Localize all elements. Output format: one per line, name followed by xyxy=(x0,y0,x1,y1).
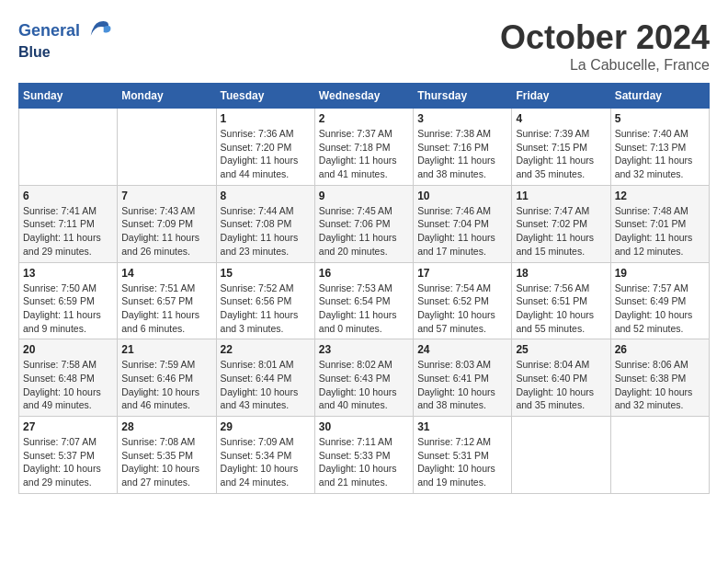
day-number: 14 xyxy=(121,267,211,280)
calendar-cell: 7Sunrise: 7:43 AMSunset: 7:09 PMDaylight… xyxy=(118,185,216,262)
logo-bird-icon xyxy=(86,18,112,44)
calendar-cell: 8Sunrise: 7:44 AMSunset: 7:08 PMDaylight… xyxy=(216,185,314,262)
day-info: Sunrise: 7:51 AMSunset: 6:57 PMDaylight:… xyxy=(121,282,211,336)
day-info: Sunrise: 7:07 AMSunset: 5:37 PMDaylight:… xyxy=(23,435,113,489)
calendar-cell: 20Sunrise: 7:58 AMSunset: 6:48 PMDayligh… xyxy=(19,339,118,417)
day-number: 12 xyxy=(615,190,705,202)
day-number: 27 xyxy=(23,420,113,433)
day-number: 5 xyxy=(615,112,705,125)
day-info: Sunrise: 7:53 AMSunset: 6:54 PMDaylight:… xyxy=(319,282,409,336)
calendar-body: 1Sunrise: 7:36 AMSunset: 7:20 PMDaylight… xyxy=(19,109,710,494)
calendar-week-3: 13Sunrise: 7:50 AMSunset: 6:59 PMDayligh… xyxy=(19,262,710,339)
day-number: 24 xyxy=(417,343,507,356)
day-number: 18 xyxy=(516,267,606,280)
day-info: Sunrise: 7:37 AMSunset: 7:18 PMDaylight:… xyxy=(319,127,409,181)
calendar-header-row: SundayMondayTuesdayWednesdayThursdayFrid… xyxy=(19,84,710,109)
day-info: Sunrise: 8:01 AMSunset: 6:44 PMDaylight:… xyxy=(221,358,311,412)
calendar-week-1: 1Sunrise: 7:36 AMSunset: 7:20 PMDaylight… xyxy=(19,109,710,186)
day-info: Sunrise: 7:46 AMSunset: 7:04 PMDaylight:… xyxy=(417,204,507,259)
day-info: Sunrise: 7:36 AMSunset: 7:20 PMDaylight:… xyxy=(221,127,311,181)
day-number: 25 xyxy=(516,343,606,356)
calendar-cell: 17Sunrise: 7:54 AMSunset: 6:52 PMDayligh… xyxy=(414,262,512,339)
calendar-cell: 4Sunrise: 7:39 AMSunset: 7:15 PMDaylight… xyxy=(512,109,610,186)
day-number: 15 xyxy=(221,267,311,280)
day-info: Sunrise: 7:40 AMSunset: 7:13 PMDaylight:… xyxy=(615,127,705,181)
day-info: Sunrise: 7:47 AMSunset: 7:02 PMDaylight:… xyxy=(516,204,606,259)
calendar-cell: 1Sunrise: 7:36 AMSunset: 7:20 PMDaylight… xyxy=(216,109,314,186)
month-title: October 2024 xyxy=(500,18,710,57)
calendar-cell: 30Sunrise: 7:11 AMSunset: 5:33 PMDayligh… xyxy=(314,417,413,494)
weekday-header-tuesday: Tuesday xyxy=(216,84,314,109)
calendar-cell: 27Sunrise: 7:07 AMSunset: 5:37 PMDayligh… xyxy=(19,417,118,494)
day-number: 10 xyxy=(417,190,507,202)
day-number: 28 xyxy=(121,420,211,433)
day-info: Sunrise: 7:52 AMSunset: 6:56 PMDaylight:… xyxy=(221,282,311,336)
day-info: Sunrise: 7:08 AMSunset: 5:35 PMDaylight:… xyxy=(121,435,211,489)
calendar-cell: 22Sunrise: 8:01 AMSunset: 6:44 PMDayligh… xyxy=(216,339,314,417)
day-info: Sunrise: 7:44 AMSunset: 7:08 PMDaylight:… xyxy=(221,204,311,259)
weekday-header-wednesday: Wednesday xyxy=(314,84,413,109)
day-info: Sunrise: 7:50 AMSunset: 6:59 PMDaylight:… xyxy=(23,282,113,336)
day-info: Sunrise: 7:59 AMSunset: 6:46 PMDaylight:… xyxy=(121,358,211,412)
calendar-cell: 28Sunrise: 7:08 AMSunset: 5:35 PMDayligh… xyxy=(118,417,216,494)
calendar-cell: 14Sunrise: 7:51 AMSunset: 6:57 PMDayligh… xyxy=(118,262,216,339)
calendar-cell xyxy=(19,109,118,186)
day-number: 17 xyxy=(417,267,507,280)
calendar-week-2: 6Sunrise: 7:41 AMSunset: 7:11 PMDaylight… xyxy=(19,185,710,262)
calendar-cell xyxy=(610,417,709,494)
day-info: Sunrise: 7:38 AMSunset: 7:16 PMDaylight:… xyxy=(417,127,507,181)
page-header: General Blue October 2024 La Cabucelle, … xyxy=(18,18,710,74)
day-number: 16 xyxy=(319,267,409,280)
calendar-cell: 18Sunrise: 7:56 AMSunset: 6:51 PMDayligh… xyxy=(512,262,610,339)
calendar-cell: 3Sunrise: 7:38 AMSunset: 7:16 PMDaylight… xyxy=(414,109,512,186)
day-info: Sunrise: 7:11 AMSunset: 5:33 PMDaylight:… xyxy=(319,435,409,489)
day-info: Sunrise: 7:56 AMSunset: 6:51 PMDaylight:… xyxy=(516,282,606,336)
calendar-cell: 29Sunrise: 7:09 AMSunset: 5:34 PMDayligh… xyxy=(216,417,314,494)
day-info: Sunrise: 8:04 AMSunset: 6:40 PMDaylight:… xyxy=(516,358,606,412)
calendar-cell xyxy=(118,109,216,186)
day-info: Sunrise: 7:12 AMSunset: 5:31 PMDaylight:… xyxy=(417,435,507,489)
calendar-cell: 16Sunrise: 7:53 AMSunset: 6:54 PMDayligh… xyxy=(314,262,413,339)
day-number: 1 xyxy=(221,112,311,125)
calendar-cell: 10Sunrise: 7:46 AMSunset: 7:04 PMDayligh… xyxy=(414,185,512,262)
weekday-header-monday: Monday xyxy=(118,84,216,109)
day-info: Sunrise: 7:58 AMSunset: 6:48 PMDaylight:… xyxy=(23,358,113,412)
day-number: 31 xyxy=(417,420,507,433)
calendar-cell: 12Sunrise: 7:48 AMSunset: 7:01 PMDayligh… xyxy=(610,185,709,262)
calendar-cell: 23Sunrise: 8:02 AMSunset: 6:43 PMDayligh… xyxy=(314,339,413,417)
calendar-cell: 9Sunrise: 7:45 AMSunset: 7:06 PMDaylight… xyxy=(314,185,413,262)
day-info: Sunrise: 7:39 AMSunset: 7:15 PMDaylight:… xyxy=(516,127,606,181)
calendar-week-5: 27Sunrise: 7:07 AMSunset: 5:37 PMDayligh… xyxy=(19,417,710,494)
day-number: 26 xyxy=(615,343,705,356)
day-number: 30 xyxy=(319,420,409,433)
calendar-week-4: 20Sunrise: 7:58 AMSunset: 6:48 PMDayligh… xyxy=(19,339,710,417)
day-info: Sunrise: 7:45 AMSunset: 7:06 PMDaylight:… xyxy=(319,204,409,259)
day-info: Sunrise: 7:57 AMSunset: 6:49 PMDaylight:… xyxy=(615,282,705,336)
logo-text: General Blue xyxy=(18,18,112,61)
day-number: 29 xyxy=(221,420,311,433)
logo-blue-text: Blue xyxy=(18,44,112,61)
day-number: 11 xyxy=(516,190,606,202)
day-info: Sunrise: 8:02 AMSunset: 6:43 PMDaylight:… xyxy=(319,358,409,412)
day-info: Sunrise: 7:43 AMSunset: 7:09 PMDaylight:… xyxy=(121,204,211,259)
day-info: Sunrise: 8:06 AMSunset: 6:38 PMDaylight:… xyxy=(615,358,705,412)
day-info: Sunrise: 7:54 AMSunset: 6:52 PMDaylight:… xyxy=(417,282,507,336)
day-number: 19 xyxy=(615,267,705,280)
day-info: Sunrise: 7:48 AMSunset: 7:01 PMDaylight:… xyxy=(615,204,705,259)
day-number: 3 xyxy=(417,112,507,125)
calendar-table: SundayMondayTuesdayWednesdayThursdayFrid… xyxy=(18,83,710,494)
day-info: Sunrise: 7:09 AMSunset: 5:34 PMDaylight:… xyxy=(221,435,311,489)
title-area: October 2024 La Cabucelle, France xyxy=(500,18,710,74)
day-number: 2 xyxy=(319,112,409,125)
day-number: 23 xyxy=(319,343,409,356)
weekday-header-sunday: Sunday xyxy=(19,84,118,109)
day-number: 7 xyxy=(121,190,211,202)
calendar-cell: 15Sunrise: 7:52 AMSunset: 6:56 PMDayligh… xyxy=(216,262,314,339)
day-number: 4 xyxy=(516,112,606,125)
weekday-header-thursday: Thursday xyxy=(414,84,512,109)
calendar-cell: 2Sunrise: 7:37 AMSunset: 7:18 PMDaylight… xyxy=(314,109,413,186)
calendar-cell: 6Sunrise: 7:41 AMSunset: 7:11 PMDaylight… xyxy=(19,185,118,262)
calendar-cell: 26Sunrise: 8:06 AMSunset: 6:38 PMDayligh… xyxy=(610,339,709,417)
day-number: 13 xyxy=(23,267,113,280)
logo: General Blue xyxy=(18,18,112,61)
